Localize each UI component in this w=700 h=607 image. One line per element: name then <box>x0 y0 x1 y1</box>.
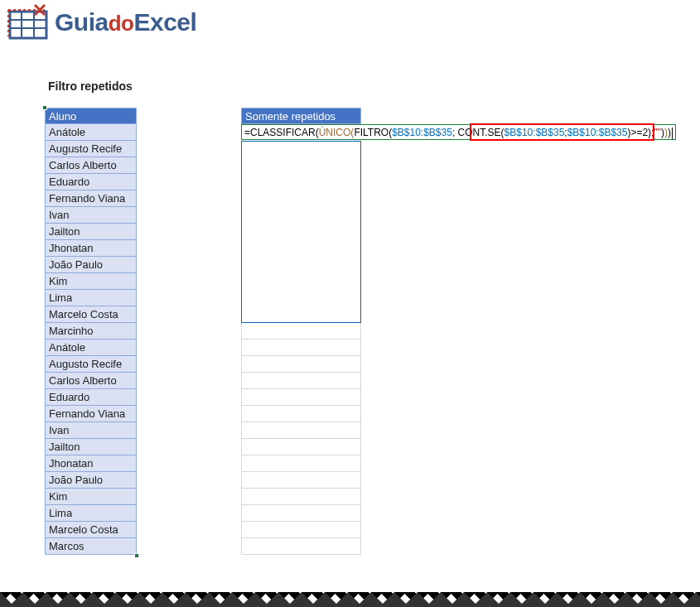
aluno-cell[interactable]: Jailton <box>45 439 137 455</box>
empty-cell[interactable] <box>241 389 361 406</box>
formula-token: >= <box>630 127 642 138</box>
repetidos-cell[interactable]: Ivan <box>241 207 361 224</box>
empty-cell[interactable] <box>241 455 361 472</box>
formula-token: =CLASSIFICAR( <box>244 127 319 138</box>
aluno-cell[interactable]: Eduardo <box>45 389 137 406</box>
aluno-cell[interactable]: Augusto Recife <box>45 356 137 373</box>
formula-token: ) <box>668 127 671 138</box>
logo-text: GuiadoExcel <box>55 8 196 36</box>
aluno-cell[interactable]: Marcinho <box>45 323 137 340</box>
empty-cell[interactable] <box>241 422 361 439</box>
selection-handle[interactable] <box>42 105 47 110</box>
aluno-cell[interactable]: Jhonatan <box>45 455 137 472</box>
formula-token: "" <box>654 127 661 138</box>
repetidos-cell[interactable]: Kim <box>241 273 361 290</box>
aluno-header[interactable]: Aluno <box>45 108 137 124</box>
aluno-cell[interactable]: Kim <box>45 489 137 505</box>
formula-token: $B$10:$B$35 <box>504 127 565 138</box>
formula-token: CONT.SE( <box>458 127 504 138</box>
repetidos-cell[interactable]: Lima <box>241 290 361 306</box>
aluno-cell[interactable]: Marcelo Costa <box>45 306 137 323</box>
aluno-cell[interactable]: Lima <box>45 290 137 306</box>
aluno-cell[interactable]: Carlos Alberto <box>45 157 137 174</box>
empty-cell[interactable] <box>241 505 361 522</box>
logo-icon <box>5 3 51 41</box>
aluno-cell[interactable]: Fernando Viana <box>45 190 137 207</box>
formula-token: FILTRO( <box>354 127 392 138</box>
repetidos-cell[interactable]: Augusto Recife <box>241 141 361 157</box>
aluno-cell[interactable]: João Paulo <box>45 472 137 489</box>
empty-cell[interactable] <box>241 439 361 455</box>
empty-cell[interactable] <box>241 522 361 538</box>
empty-cell[interactable] <box>241 472 361 489</box>
spreadsheet-area[interactable]: Aluno AnátoleAugusto RecifeCarlos Albert… <box>45 108 700 571</box>
aluno-cell[interactable]: Kim <box>45 273 137 290</box>
empty-cell[interactable] <box>241 406 361 422</box>
empty-cell[interactable] <box>241 489 361 505</box>
svg-rect-0 <box>10 12 46 38</box>
empty-cell[interactable] <box>241 538 361 555</box>
aluno-cell[interactable]: Marcelo Costa <box>45 522 137 538</box>
repetidos-header[interactable]: Somente repetidos <box>241 108 361 124</box>
repetidos-cell[interactable]: Marcelo Costa <box>241 306 361 323</box>
aluno-cell[interactable]: Eduardo <box>45 174 137 190</box>
aluno-cell[interactable]: Jhonatan <box>45 240 137 257</box>
empty-cell[interactable] <box>241 356 361 373</box>
empty-cell[interactable] <box>241 323 361 340</box>
repetidos-cell[interactable]: Jhonatan <box>241 240 361 257</box>
formula-cell[interactable]: =CLASSIFICAR(ÚNICO(FILTRO($B$10:$B$35; C… <box>241 124 676 140</box>
fill-handle[interactable] <box>134 553 139 558</box>
aluno-cell[interactable]: Augusto Recife <box>45 141 137 157</box>
formula-token: ÚNICO( <box>319 127 355 138</box>
repetidos-cell[interactable]: Carlos Alberto <box>241 157 361 174</box>
aluno-cell[interactable]: Fernando Viana <box>45 406 137 422</box>
aluno-cell[interactable]: João Paulo <box>45 257 137 273</box>
aluno-cell[interactable]: Anátole <box>45 340 137 356</box>
aluno-cell[interactable]: Anátole <box>45 124 137 141</box>
page-title: Filtro repetidos <box>48 79 700 93</box>
empty-cell[interactable] <box>241 340 361 356</box>
aluno-cell[interactable]: Carlos Alberto <box>45 373 137 389</box>
aluno-cell[interactable]: Marcos <box>45 538 137 555</box>
repetidos-cell[interactable]: Fernando Viana <box>241 190 361 207</box>
aluno-column: Aluno AnátoleAugusto RecifeCarlos Albert… <box>45 108 137 555</box>
empty-cell[interactable] <box>241 373 361 389</box>
repetidos-cell[interactable]: Eduardo <box>241 174 361 190</box>
repetidos-column: Somente repetidos Augusto RecifeCarlos A… <box>241 108 361 555</box>
repetidos-cell[interactable]: João Paulo <box>241 257 361 273</box>
formula-token: $B$10:$B$35 <box>567 127 628 138</box>
text-cursor <box>672 128 673 139</box>
aluno-cell[interactable]: Ivan <box>45 422 137 439</box>
formula-token: $B$10:$B$35 <box>392 127 452 138</box>
aluno-cell[interactable]: Lima <box>45 505 137 522</box>
repetidos-cell[interactable]: Jailton <box>241 224 361 240</box>
aluno-cell[interactable]: Ivan <box>45 207 137 224</box>
logo: GuiadoExcel <box>0 0 700 41</box>
aluno-cell[interactable]: Jailton <box>45 224 137 240</box>
